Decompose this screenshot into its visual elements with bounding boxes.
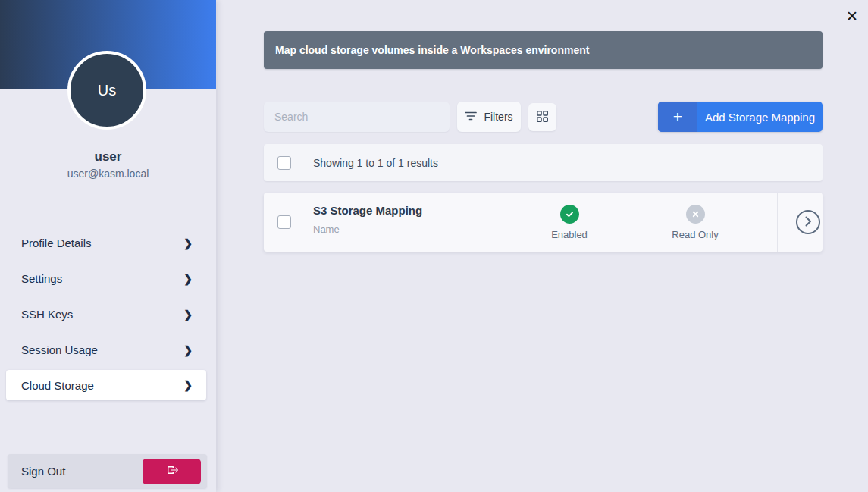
banner-text: Map cloud storage volumes inside a Works… xyxy=(275,44,589,56)
avatar-initials: Us xyxy=(98,82,116,99)
close-icon[interactable]: ✕ xyxy=(841,5,863,27)
cloud-storage-page: Us user user@kasm.local Profile Details … xyxy=(0,0,868,492)
search-input[interactable] xyxy=(264,102,450,132)
chevron-right-circle-icon xyxy=(805,216,812,229)
name-column-label: Name xyxy=(313,224,422,235)
row-divider xyxy=(777,193,778,252)
chevron-right-icon: ❯ xyxy=(183,344,193,356)
sidebar-item-label: Settings xyxy=(21,272,62,285)
storage-mapping-name: S3 Storage Mapping xyxy=(313,204,422,217)
sidebar-menu: Profile Details ❯ Settings ❯ SSH Keys ❯ … xyxy=(6,225,206,403)
sign-out-bar: Sign Out xyxy=(8,454,207,488)
x-circle-icon xyxy=(686,205,705,224)
row-expand-button[interactable] xyxy=(796,210,820,234)
sidebar-item-cloud-storage[interactable]: Cloud Storage ❯ xyxy=(6,370,206,400)
check-circle-icon xyxy=(560,205,579,224)
add-storage-mapping-label: Add Storage Mapping xyxy=(697,102,823,132)
sidebar-item-label: Profile Details xyxy=(21,237,92,249)
read-only-status: Read Only xyxy=(650,193,741,252)
storage-mapping-row: S3 Storage Mapping Name Enabled Read Onl… xyxy=(264,193,823,252)
chevron-right-icon: ❯ xyxy=(183,309,193,321)
sidebar-item-label: SSH Keys xyxy=(21,308,73,321)
sidebar-item-session-usage[interactable]: Session Usage ❯ xyxy=(6,332,206,368)
profile-sidebar: Us user user@kasm.local Profile Details … xyxy=(0,0,216,492)
sign-out-label: Sign Out xyxy=(21,465,65,478)
sidebar-item-label: Cloud Storage xyxy=(21,379,94,392)
filters-label: Filters xyxy=(484,111,512,123)
select-all-checkbox[interactable] xyxy=(277,156,291,170)
info-banner: Map cloud storage volumes inside a Works… xyxy=(264,31,823,69)
sidebar-item-label: Session Usage xyxy=(21,343,98,356)
enabled-label: Enabled xyxy=(551,229,588,240)
row-name-block: S3 Storage Mapping Name xyxy=(313,204,422,235)
filter-icon xyxy=(465,111,477,123)
sidebar-item-settings[interactable]: Settings ❯ xyxy=(6,261,206,296)
row-checkbox[interactable] xyxy=(277,215,291,229)
read-only-label: Read Only xyxy=(672,229,718,240)
grid-icon xyxy=(536,110,549,125)
add-storage-mapping-button[interactable]: + Add Storage Mapping xyxy=(658,102,823,132)
user-email: user@kasm.local xyxy=(0,168,216,180)
plus-icon: + xyxy=(658,102,697,132)
chevron-right-icon: ❯ xyxy=(183,273,193,285)
avatar: Us xyxy=(67,51,146,130)
chevron-right-icon: ❯ xyxy=(183,379,193,391)
grid-view-button[interactable] xyxy=(528,103,556,131)
chevron-right-icon: ❯ xyxy=(183,237,193,249)
logout-icon xyxy=(166,464,178,478)
results-summary-text: Showing 1 to 1 of 1 results xyxy=(313,157,438,169)
username: user xyxy=(0,149,216,165)
sidebar-item-ssh-keys[interactable]: SSH Keys ❯ xyxy=(6,296,206,332)
enabled-status: Enabled xyxy=(524,193,615,252)
filters-button[interactable]: Filters xyxy=(457,102,521,132)
sign-out-button[interactable] xyxy=(143,459,201,484)
sidebar-item-profile-details[interactable]: Profile Details ❯ xyxy=(6,225,206,261)
results-summary-bar: Showing 1 to 1 of 1 results xyxy=(264,144,823,181)
